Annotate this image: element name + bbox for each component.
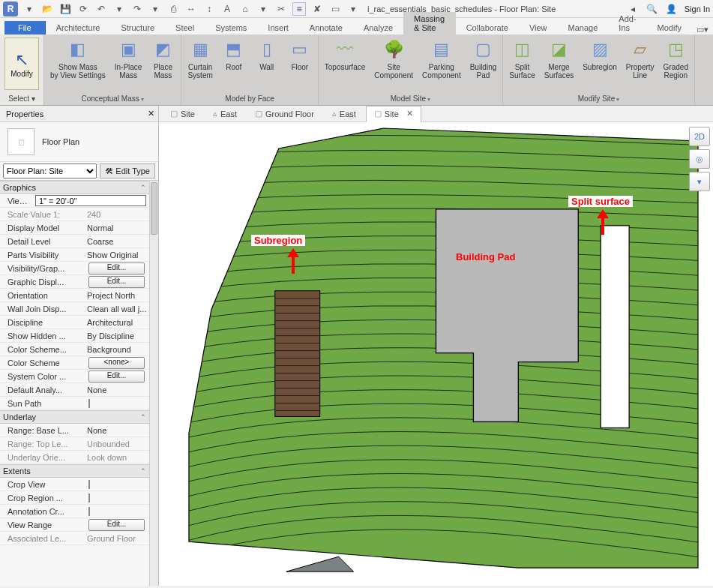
- viewcube-2d-button[interactable]: 2D: [689, 127, 710, 146]
- search-icon[interactable]: 🔍: [646, 2, 659, 16]
- app-menu-caret-icon[interactable]: ▾: [22, 2, 36, 16]
- 3d-icon[interactable]: ⌂: [238, 2, 252, 16]
- group-underlay[interactable]: Underlay⌃: [0, 410, 149, 424]
- prop-parts-visibility[interactable]: Parts Visibility Show Original: [0, 248, 149, 262]
- nav-bar-caret-icon[interactable]: ▾: [689, 172, 710, 191]
- prop-color-scheme-location[interactable]: Color Scheme... Background: [0, 343, 149, 356]
- properties-close-icon[interactable]: ✕: [143, 109, 158, 118]
- view-range-edit-button[interactable]: Edit...: [88, 519, 145, 531]
- caret-icon[interactable]: ▾: [148, 2, 162, 16]
- thin-lines-icon[interactable]: ≡: [292, 2, 306, 16]
- tab-systems[interactable]: Systems: [205, 21, 257, 34]
- prop-sun-path[interactable]: Sun Path: [0, 397, 149, 410]
- tab-modify[interactable]: Modify: [647, 21, 692, 34]
- prop-range-base[interactable]: Range: Base L... None: [0, 424, 149, 437]
- crop-view-checkbox[interactable]: [88, 480, 90, 489]
- prop-color-scheme[interactable]: Color Scheme <none>: [0, 356, 149, 370]
- tab-view[interactable]: View: [519, 21, 558, 34]
- tab-architecture[interactable]: Architecture: [46, 21, 111, 34]
- group-extents[interactable]: Extents⌃: [0, 464, 149, 478]
- prop-wall-join[interactable]: Wall Join Disp... Clean all wall j...: [0, 302, 149, 316]
- property-line-button[interactable]: ▱ Property Line: [622, 34, 659, 93]
- parking-component-button[interactable]: ▤ Parking Component: [418, 34, 466, 93]
- redo-icon[interactable]: ↷: [130, 2, 144, 16]
- prop-default-analysis[interactable]: Default Analy... None: [0, 383, 149, 397]
- inplace-mass-button[interactable]: ▣ In-Place Mass: [110, 34, 147, 93]
- panel-title-modify-site[interactable]: Modify Site: [505, 93, 693, 105]
- doc-tab-east-1[interactable]: ▵East: [205, 106, 245, 122]
- split-surface-button[interactable]: ◫ Split Surface: [505, 34, 539, 93]
- tab-collaborate[interactable]: Collaborate: [456, 21, 519, 34]
- graphic-display-edit-button[interactable]: Edit...: [88, 276, 145, 288]
- user-icon[interactable]: 👤: [665, 2, 679, 16]
- tab-addins[interactable]: Add-Ins: [608, 12, 646, 34]
- caret-icon[interactable]: ▾: [256, 2, 270, 16]
- prop-annotation-crop[interactable]: Annotation Cr...: [0, 505, 149, 518]
- prop-show-hidden[interactable]: Show Hidden ... By Discipline: [0, 329, 149, 343]
- panel-title-model-site[interactable]: Model Site: [320, 93, 501, 105]
- open-icon[interactable]: 📂: [40, 2, 54, 16]
- doc-tab-east-2[interactable]: ▵East: [324, 106, 364, 122]
- system-color-edit-button[interactable]: Edit...: [88, 370, 145, 382]
- sun-path-checkbox[interactable]: [88, 399, 90, 408]
- dim-icon[interactable]: ↕: [202, 2, 216, 16]
- prop-view-scale[interactable]: View Scale: [0, 194, 149, 208]
- tab-manage[interactable]: Manage: [558, 21, 609, 34]
- doc-tab-site-1[interactable]: ▢Site: [162, 106, 203, 122]
- caret-icon[interactable]: ▾: [346, 2, 360, 16]
- prop-visibility-overrides[interactable]: Visibility/Grap... Edit...: [0, 262, 149, 275]
- prop-orientation[interactable]: Orientation Project North: [0, 289, 149, 302]
- view-scale-input[interactable]: [35, 195, 146, 206]
- floor-button[interactable]: ▭ Floor: [283, 34, 316, 93]
- prop-system-color[interactable]: System Color ... Edit...: [0, 370, 149, 383]
- sync-icon[interactable]: ⟳: [76, 2, 90, 16]
- prop-crop-region[interactable]: Crop Region ...: [0, 491, 149, 505]
- panel-title-conceptual[interactable]: Conceptual Mass: [46, 93, 179, 105]
- edit-type-button[interactable]: 🛠 Edit Type: [100, 164, 155, 178]
- visibility-edit-button[interactable]: Edit...: [88, 262, 145, 274]
- annotation-crop-checkbox[interactable]: [88, 507, 90, 516]
- caret-icon[interactable]: ▾: [112, 2, 126, 16]
- prop-crop-view[interactable]: Crop View: [0, 478, 149, 491]
- signin-link[interactable]: Sign In: [685, 4, 710, 14]
- prop-discipline[interactable]: Discipline Architectural: [0, 316, 149, 329]
- measure-icon[interactable]: ↔: [184, 2, 198, 16]
- site-component-button[interactable]: 🌳 Site Component: [370, 34, 418, 93]
- tab-insert[interactable]: Insert: [257, 21, 299, 34]
- tab-close-icon[interactable]: ✕: [406, 109, 413, 118]
- instance-selector[interactable]: Floor Plan: Site: [3, 164, 97, 178]
- roof-button[interactable]: ⬒ Roof: [217, 34, 250, 93]
- tab-massing-site[interactable]: Massing & Site: [403, 12, 456, 34]
- properties-scrollbar[interactable]: [149, 181, 158, 586]
- tab-steel[interactable]: Steel: [165, 21, 205, 34]
- modify-button[interactable]: ↖ Modify: [4, 38, 39, 90]
- tab-analyze[interactable]: Analyze: [353, 21, 403, 34]
- place-mass-button[interactable]: ◩ Place Mass: [146, 34, 179, 93]
- merge-surfaces-button[interactable]: ◪ Merge Surfaces: [540, 34, 578, 93]
- tab-file[interactable]: File: [4, 21, 46, 34]
- save-icon[interactable]: 💾: [58, 2, 72, 16]
- curtain-system-button[interactable]: ▦ Curtain System: [183, 34, 217, 93]
- subregion-button[interactable]: ▨ Subregion: [578, 34, 622, 93]
- prop-view-range[interactable]: View Range Edit...: [0, 518, 149, 532]
- switch-windows-icon[interactable]: ▭: [328, 2, 342, 16]
- prop-detail-level[interactable]: Detail Level Coarse: [0, 235, 149, 248]
- tab-annotate[interactable]: Annotate: [299, 21, 353, 34]
- group-graphics[interactable]: Graphics⌃: [0, 181, 149, 194]
- prop-display-model[interactable]: Display Model Normal: [0, 221, 149, 235]
- show-mass-button[interactable]: ◧ Show Mass by View Settings: [46, 34, 110, 93]
- text-icon[interactable]: A: [220, 2, 234, 16]
- drawing-canvas[interactable]: Subregion Building Pad Split surface 2D …: [159, 122, 713, 586]
- doc-tab-site-active[interactable]: ▢ Site ✕: [366, 106, 421, 122]
- wall-button[interactable]: ▯ Wall: [250, 34, 283, 93]
- panel-title-select[interactable]: Select ▾: [1, 93, 42, 105]
- nav-wheel-button[interactable]: ◎: [689, 149, 710, 169]
- toposurface-button[interactable]: 〰 Toposurface: [320, 34, 370, 93]
- print-icon[interactable]: ⎙: [166, 2, 180, 16]
- section-icon[interactable]: ✂: [274, 2, 288, 16]
- doc-tab-ground[interactable]: ▢Ground Floor: [247, 106, 322, 122]
- type-selector[interactable]: ◻ Floor Plan: [0, 122, 158, 162]
- close-inactive-icon[interactable]: ✘: [310, 2, 324, 16]
- ribbon-layout-icon[interactable]: ▭▾: [697, 25, 709, 34]
- undo-icon[interactable]: ↶: [94, 2, 108, 16]
